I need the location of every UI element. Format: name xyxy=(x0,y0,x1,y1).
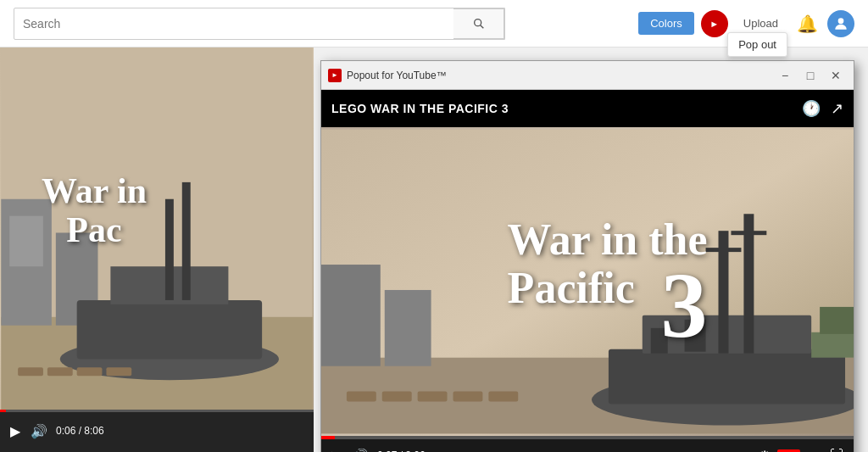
svg-rect-11 xyxy=(165,199,174,300)
avatar[interactable] xyxy=(827,10,854,37)
youtube-logo-box: You xyxy=(777,449,799,453)
popup-titlebar: ► Popout for YouTube™ − □ ✕ xyxy=(321,61,854,90)
popup-fullscreen-button[interactable]: ⛶ xyxy=(828,446,845,452)
svg-rect-16 xyxy=(106,367,131,376)
popup-volume-button[interactable]: 🔊 xyxy=(350,446,370,453)
popup-favicon: ► xyxy=(328,69,342,82)
popup-title-text: Popout for YouTube™ xyxy=(347,70,774,81)
svg-rect-14 xyxy=(47,367,73,376)
svg-rect-34 xyxy=(418,392,448,402)
popup-header-icons: 🕐 ↗ xyxy=(802,99,843,118)
svg-rect-22 xyxy=(609,349,845,405)
extension-icon-wrapper: ► xyxy=(701,10,728,37)
popup-progress-fill xyxy=(321,436,335,439)
popup-window-controls: − □ ✕ xyxy=(774,66,847,85)
video-line1: War in the xyxy=(508,215,708,264)
bg-time-display: 0:06 / 8:06 xyxy=(56,425,104,437)
bg-video-controls: ▶ 🔊 0:06 / 8:06 xyxy=(0,410,314,452)
popup-video-text-overlay: War in the Pacific 3 xyxy=(508,215,708,348)
svg-rect-15 xyxy=(77,367,103,376)
svg-rect-26 xyxy=(706,248,742,252)
svg-rect-6 xyxy=(9,216,43,267)
youtube-logo: You Tube xyxy=(777,449,823,453)
video-number: 3 xyxy=(661,264,708,348)
svg-rect-33 xyxy=(382,392,412,402)
minimize-button[interactable]: − xyxy=(774,66,796,85)
popup-settings-icon[interactable]: ⚙ xyxy=(757,446,772,453)
popup-play-button[interactable]: ▶ xyxy=(330,446,343,453)
bg-progress-fill xyxy=(0,410,6,412)
bg-video-title: War in Pac xyxy=(42,171,147,249)
svg-rect-30 xyxy=(811,332,854,358)
main-content: War in Pac ▶ 🔊 0:06 / 8:06 ► Popout for … xyxy=(0,47,868,452)
search-button[interactable] xyxy=(453,8,504,39)
popup-video-area: War in the Pacific 3 xyxy=(321,127,854,436)
tooltip-popup: Pop out xyxy=(727,32,787,57)
svg-line-1 xyxy=(480,25,483,28)
svg-rect-13 xyxy=(18,367,43,376)
video-line2: Pacific xyxy=(508,264,635,312)
close-button[interactable]: ✕ xyxy=(825,66,847,85)
svg-point-0 xyxy=(474,19,481,25)
maximize-button[interactable]: □ xyxy=(799,66,821,85)
bg-play-button[interactable]: ▶ xyxy=(8,421,22,441)
clock-icon[interactable]: 🕐 xyxy=(802,99,821,118)
svg-rect-36 xyxy=(488,392,518,402)
search-bar xyxy=(14,8,505,40)
bg-video-scene: War in Pac xyxy=(0,47,314,410)
svg-rect-12 xyxy=(182,182,191,300)
popup-progress-bar[interactable] xyxy=(321,436,854,439)
svg-rect-20 xyxy=(385,290,431,366)
svg-rect-9 xyxy=(77,300,262,360)
background-video-player: War in Pac ▶ 🔊 0:06 / 8:06 xyxy=(0,47,314,452)
svg-rect-32 xyxy=(347,392,376,402)
bg-progress-bar[interactable] xyxy=(0,410,314,412)
bg-volume-button[interactable]: 🔊 xyxy=(29,421,49,441)
upload-button[interactable]: Upload xyxy=(735,12,787,35)
share-icon[interactable]: ↗ xyxy=(831,99,843,118)
svg-rect-31 xyxy=(820,307,854,334)
svg-point-2 xyxy=(838,18,844,24)
search-input[interactable] xyxy=(14,9,453,38)
svg-rect-35 xyxy=(453,392,483,402)
popup-video-controls: ▶ 🔊 0:07 / 8:06 ⚙ You Tube ⛶ xyxy=(321,436,854,452)
colors-button[interactable]: Colors xyxy=(638,12,694,35)
popup-video-title: LEGO WAR IN THE PACIFIC 3 xyxy=(331,102,802,115)
extension-icon[interactable]: ► xyxy=(701,10,728,37)
tooltip-text: Pop out xyxy=(738,38,776,51)
svg-rect-27 xyxy=(731,231,766,235)
notification-icon[interactable]: 🔔 xyxy=(793,10,821,37)
popup-video-header: LEGO WAR IN THE PACIFIC 3 🕐 ↗ xyxy=(321,90,854,127)
svg-rect-19 xyxy=(321,265,381,366)
popup-right-controls: ⚙ You Tube ⛶ xyxy=(757,446,845,453)
popup-window: ► Popout for YouTube™ − □ ✕ LEGO WAR IN … xyxy=(320,60,854,452)
